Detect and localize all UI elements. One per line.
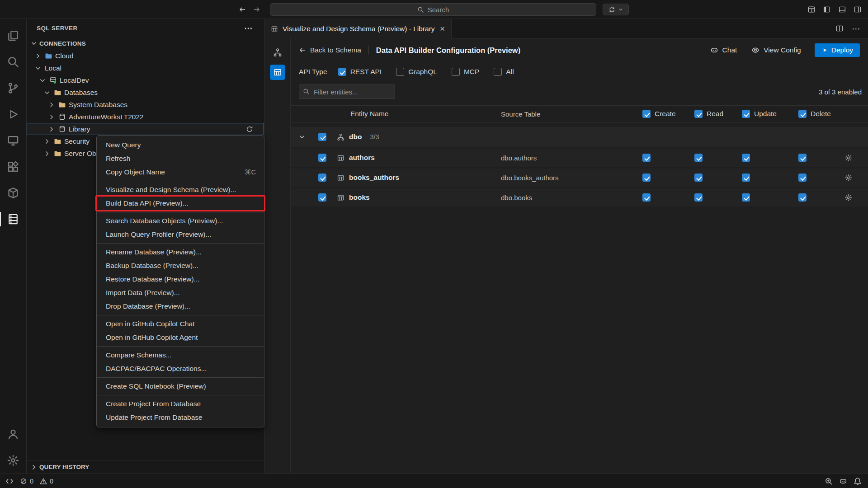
menu-item-create-sql-notebook[interactable]: Create SQL Notebook (Preview)	[97, 380, 264, 393]
command-center-search[interactable]: Search	[270, 3, 596, 16]
tree-item-system-databases[interactable]: System Databases	[27, 99, 264, 111]
api-type-all-checkbox[interactable]: All	[494, 68, 514, 76]
checkbox[interactable]	[452, 68, 460, 76]
copilot-status-icon[interactable]	[839, 477, 847, 485]
zoom-icon[interactable]	[825, 477, 833, 485]
chevron-down-icon[interactable]	[291, 133, 313, 141]
explorer-icon[interactable]	[0, 23, 27, 49]
back-to-schema-button[interactable]: Back to Schema	[299, 46, 361, 54]
connections-section-header[interactable]: CONNECTIONS	[27, 37, 264, 50]
chevron-down-icon[interactable]	[43, 89, 51, 96]
chevron-right-icon[interactable]	[34, 52, 42, 60]
create-checkbox[interactable]	[642, 193, 651, 202]
entity-row-books[interactable]: books dbo.books	[291, 188, 868, 206]
checkbox[interactable]	[338, 68, 346, 76]
create-checkbox[interactable]	[642, 174, 651, 182]
chevron-right-icon[interactable]	[47, 113, 56, 121]
extensions-icon[interactable]	[0, 154, 27, 180]
sql-server-icon[interactable]	[0, 206, 27, 232]
run-debug-icon[interactable]	[0, 101, 27, 127]
customize-layout-icon[interactable]	[807, 5, 816, 14]
problems-warnings[interactable]: 0	[40, 478, 53, 485]
tree-item-local[interactable]: Local	[27, 62, 264, 74]
update-checkbox[interactable]	[742, 154, 750, 162]
read-checkbox[interactable]	[694, 154, 703, 162]
account-icon[interactable]	[0, 421, 27, 447]
delete-checkbox[interactable]	[798, 174, 807, 182]
menu-item-create-project-from-database[interactable]: Create Project From Database	[97, 397, 264, 411]
menu-item-rename-database[interactable]: Rename Database (Preview)...	[97, 245, 264, 259]
tree-item-cloud[interactable]: Cloud	[27, 50, 264, 62]
delete-all-checkbox[interactable]	[798, 110, 807, 118]
checkbox[interactable]	[396, 68, 404, 76]
menu-item-backup-database[interactable]: Backup Database (Preview)...	[97, 259, 264, 272]
chevron-right-icon[interactable]	[47, 126, 56, 133]
source-control-icon[interactable]	[0, 75, 27, 101]
toggle-panel-icon[interactable]	[838, 5, 846, 14]
search-sidebar-icon[interactable]	[0, 49, 27, 75]
menu-item-new-query[interactable]: New Query	[97, 138, 264, 152]
menu-item-search-database-objects[interactable]: Search Database Objects (Preview)...	[97, 214, 264, 228]
read-checkbox[interactable]	[694, 193, 703, 202]
query-history-section-header[interactable]: QUERY HISTORY	[27, 460, 264, 474]
chevron-down-icon[interactable]	[38, 77, 47, 84]
tree-item-databases[interactable]: Databases	[27, 86, 264, 99]
remote-indicator-icon[interactable]	[5, 477, 14, 485]
menu-item-drop-database[interactable]: Drop Database (Preview)...	[97, 300, 264, 313]
database-projects-icon[interactable]	[0, 180, 27, 206]
chat-button[interactable]: Chat	[710, 46, 737, 54]
forward-icon[interactable]	[253, 6, 260, 13]
menu-item-open-copilot-agent[interactable]: Open in GitHub Copilot Agent	[97, 331, 264, 344]
chevron-right-icon[interactable]	[43, 138, 51, 145]
row-checkbox[interactable]	[318, 193, 326, 202]
deploy-button[interactable]: Deploy	[815, 43, 860, 57]
chevron-right-icon[interactable]	[47, 101, 56, 108]
menu-item-dacpac-bacpac-operations[interactable]: DACPAC/BACPAC Operations...	[97, 362, 264, 375]
menu-item-launch-query-profiler[interactable]: Launch Query Profiler (Preview)...	[97, 228, 264, 241]
schema-group-row-dbo[interactable]: dbo 3/3	[291, 127, 868, 147]
close-tab-icon[interactable]: ×	[440, 24, 445, 33]
create-checkbox[interactable]	[642, 154, 651, 162]
menu-item-refresh[interactable]: Refresh	[97, 152, 264, 165]
tree-item-adventureworkslt2022[interactable]: AdventureWorksLT2022	[27, 111, 264, 123]
sidebar-more-actions[interactable]: ⋯	[244, 23, 253, 33]
toggle-secondary-sidebar-icon[interactable]	[854, 5, 862, 14]
api-type-graphql-checkbox[interactable]: GraphQL	[396, 68, 437, 76]
update-checkbox[interactable]	[742, 174, 750, 182]
api-type-rest-checkbox[interactable]: REST API	[338, 68, 382, 76]
tab-visualize-design-schema[interactable]: Visualize and Design Schema (Preview) - …	[264, 19, 452, 38]
view-config-button[interactable]: View Config	[751, 46, 801, 54]
row-settings-gear-icon[interactable]	[841, 194, 868, 202]
tree-item-localdev[interactable]: LocalDev	[27, 74, 264, 86]
entity-row-authors[interactable]: authors dbo.authors	[291, 149, 868, 167]
chevron-right-icon[interactable]	[43, 150, 51, 157]
menu-item-copy-object-name[interactable]: Copy Object Name ⌘C	[97, 165, 264, 179]
refresh-icon[interactable]	[246, 126, 253, 133]
chevron-down-icon[interactable]	[34, 65, 42, 72]
delete-checkbox[interactable]	[798, 193, 807, 202]
menu-item-build-data-api[interactable]: Build Data API (Preview)...	[97, 197, 264, 210]
menu-item-open-copilot-chat[interactable]: Open in GitHub Copilot Chat	[97, 317, 264, 331]
read-all-checkbox[interactable]	[694, 110, 703, 118]
entity-row-books-authors[interactable]: books_authors dbo.books_authors	[291, 169, 868, 187]
api-type-mcp-checkbox[interactable]: MCP	[452, 68, 479, 76]
menu-item-visualize-design-schema[interactable]: Visualize and Design Schema (Preview)...	[97, 183, 264, 197]
read-checkbox[interactable]	[694, 174, 703, 182]
create-all-checkbox[interactable]	[642, 110, 651, 118]
split-editor-icon[interactable]	[835, 24, 844, 33]
row-checkbox[interactable]	[318, 154, 326, 162]
remote-explorer-icon[interactable]	[0, 127, 27, 154]
menu-item-import-data[interactable]: Import Data (Preview)...	[97, 286, 264, 300]
filter-entities-input[interactable]	[299, 84, 395, 99]
toggle-sidebar-icon[interactable]	[823, 5, 831, 14]
notifications-bell-icon[interactable]	[854, 477, 862, 485]
row-checkbox[interactable]	[318, 174, 326, 182]
row-settings-gear-icon[interactable]	[841, 174, 868, 182]
group-checkbox[interactable]	[318, 133, 326, 141]
menu-item-restore-database[interactable]: Restore Database (Preview)...	[97, 272, 264, 286]
copilot-agent-button[interactable]	[603, 4, 629, 15]
checkbox[interactable]	[494, 68, 502, 76]
editor-more-actions[interactable]: ⋯	[852, 23, 861, 34]
tree-item-library[interactable]: Library	[27, 123, 264, 135]
schema-diagram-view-button[interactable]	[270, 45, 285, 60]
